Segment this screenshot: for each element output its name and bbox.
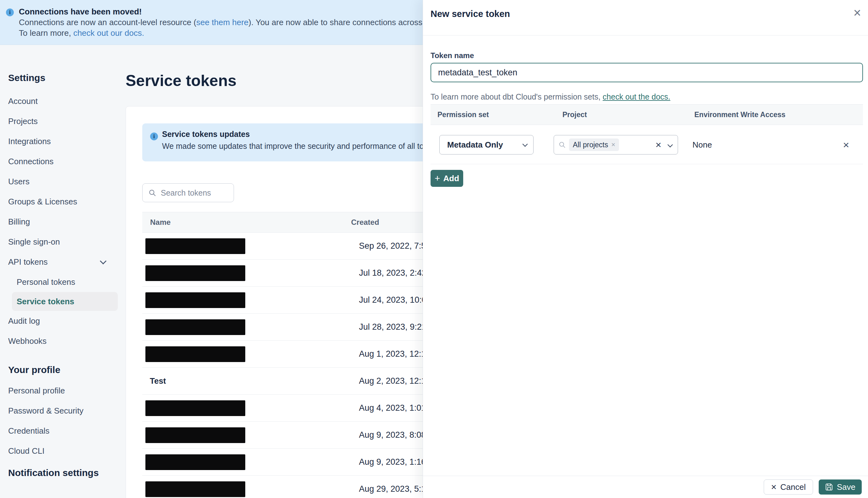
redacted-token-name bbox=[145, 400, 245, 416]
sidebar-item-password-security[interactable]: Password & Security bbox=[0, 401, 125, 421]
sidebar-item-personal-tokens[interactable]: Personal tokens bbox=[0, 272, 125, 292]
redacted-token-name bbox=[145, 238, 245, 254]
token-name: Test bbox=[150, 376, 166, 386]
redacted-token-name bbox=[145, 265, 245, 281]
save-button[interactable]: Save bbox=[819, 480, 862, 495]
search-icon bbox=[558, 141, 566, 148]
token-name-label: Token name bbox=[431, 51, 863, 60]
sidebar-item-credentials[interactable]: Credentials bbox=[0, 421, 125, 441]
sidebar-item-account[interactable]: Account bbox=[0, 91, 125, 111]
redacted-token-name bbox=[145, 481, 245, 497]
sidebar-item-integrations[interactable]: Integrations bbox=[0, 131, 125, 151]
info-icon: i bbox=[6, 9, 14, 16]
search-tokens-box bbox=[142, 183, 234, 202]
permission-set-select[interactable]: Metadata Only bbox=[439, 135, 534, 155]
redacted-token-name bbox=[145, 346, 245, 362]
close-icon: × bbox=[771, 482, 777, 492]
dbt-cloud-settings-page: i Connections have been moved! Connectio… bbox=[0, 0, 868, 498]
drawer-title: New service token bbox=[431, 9, 510, 19]
remove-row-icon[interactable]: × bbox=[843, 140, 849, 150]
clear-selection-icon[interactable]: × bbox=[655, 140, 661, 150]
column-header-name: Name bbox=[142, 218, 351, 227]
check-out-the-docs-link[interactable]: check out the docs. bbox=[603, 92, 670, 101]
add-permission-button[interactable]: + Add bbox=[431, 170, 463, 187]
chevron-down-icon[interactable] bbox=[668, 142, 673, 147]
redacted-token-name bbox=[145, 292, 245, 308]
check-out-our-docs-link[interactable]: check out our docs. bbox=[73, 28, 144, 38]
redacted-token-name bbox=[145, 319, 245, 335]
environment-write-access-value: None bbox=[693, 140, 712, 150]
see-them-here-link[interactable]: see them here bbox=[196, 17, 248, 27]
drawer-footer: × Cancel Save bbox=[423, 476, 868, 498]
sidebar-item-groups-licenses[interactable]: Groups & Licenses bbox=[0, 192, 125, 212]
plus-icon: + bbox=[435, 174, 440, 183]
sidebar-item-single-sign-on[interactable]: Single sign-on bbox=[0, 232, 125, 252]
settings-sidebar: Settings Account Projects Integrations C… bbox=[0, 44, 125, 498]
sidebar-item-users[interactable]: Users bbox=[0, 171, 125, 192]
cancel-button[interactable]: × Cancel bbox=[764, 480, 813, 495]
chevron-down-icon bbox=[100, 258, 106, 264]
redacted-token-name bbox=[145, 454, 245, 470]
search-tokens-input[interactable] bbox=[160, 188, 224, 198]
sidebar-item-cloud-cli[interactable]: Cloud CLI bbox=[0, 441, 125, 461]
permission-sets-caption: To learn more about dbt Cloud's permissi… bbox=[431, 92, 863, 102]
project-chip-all-projects: All projects × bbox=[569, 139, 619, 151]
project-combobox[interactable]: All projects × × bbox=[554, 135, 678, 155]
page-title: Service tokens bbox=[126, 71, 236, 90]
search-icon bbox=[148, 189, 156, 197]
chip-remove-icon[interactable]: × bbox=[611, 141, 615, 148]
sidebar-item-connections[interactable]: Connections bbox=[0, 151, 125, 171]
drawer-body: Token name To learn more about dbt Cloud… bbox=[431, 35, 863, 187]
info-icon: i bbox=[150, 132, 158, 140]
column-header-created: Created bbox=[351, 218, 379, 227]
column-header-environment-write-access: Environment Write Access bbox=[694, 110, 786, 119]
sidebar-heading-notification-settings: Notification settings bbox=[8, 467, 125, 479]
notice-title: Service tokens updates bbox=[162, 130, 250, 139]
chevron-down-icon bbox=[523, 141, 528, 147]
sidebar-item-audit-log[interactable]: Audit log bbox=[0, 311, 125, 331]
row-divider bbox=[431, 164, 863, 164]
close-icon[interactable]: × bbox=[853, 6, 861, 19]
new-service-token-drawer: New service token × Token name To learn … bbox=[423, 0, 868, 498]
sidebar-item-personal-profile[interactable]: Personal profile bbox=[0, 381, 125, 401]
sidebar-item-billing[interactable]: Billing bbox=[0, 212, 125, 232]
sidebar-heading-settings: Settings bbox=[8, 71, 125, 84]
sidebar-item-api-tokens[interactable]: API tokens bbox=[0, 252, 125, 272]
save-icon bbox=[825, 483, 833, 491]
column-header-project: Project bbox=[563, 110, 694, 119]
sidebar-heading-your-profile: Your profile bbox=[8, 364, 125, 376]
column-header-permission-set: Permission set bbox=[437, 110, 563, 119]
permissions-table-header: Permission set Project Environment Write… bbox=[431, 104, 863, 125]
drawer-header: New service token × bbox=[423, 0, 868, 36]
sidebar-item-projects[interactable]: Projects bbox=[0, 111, 125, 131]
sidebar-item-webhooks[interactable]: Webhooks bbox=[0, 331, 125, 351]
redacted-token-name bbox=[145, 427, 245, 443]
token-name-input[interactable] bbox=[431, 63, 863, 82]
sidebar-item-service-tokens-selected[interactable]: Service tokens bbox=[12, 292, 118, 311]
permission-row: Metadata Only All projects × × None × bbox=[431, 135, 863, 155]
